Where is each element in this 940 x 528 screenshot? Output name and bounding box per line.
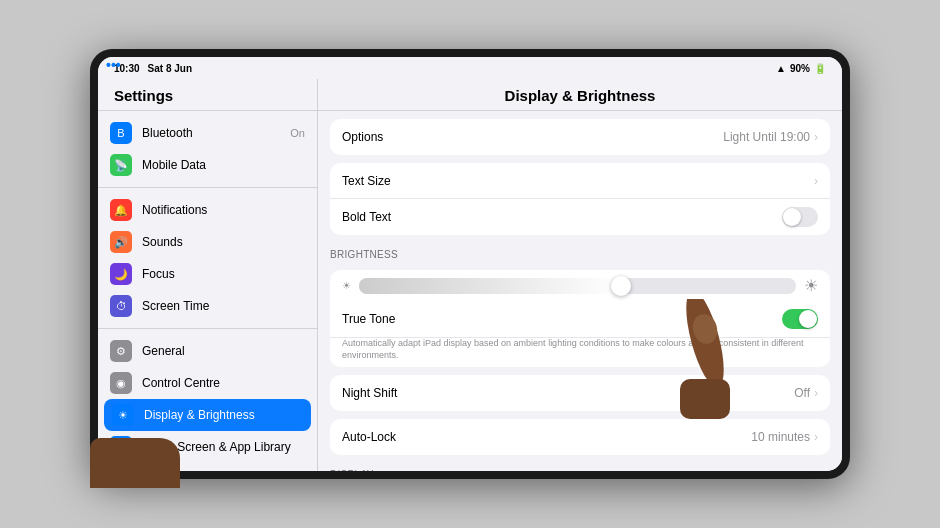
sidebar-item-control-centre[interactable]: ◉ Control Centre <box>98 367 317 399</box>
mobile-data-icon: 📡 <box>110 154 132 176</box>
toggle-knob <box>783 208 801 226</box>
mobile-data-label: Mobile Data <box>142 158 305 172</box>
ipad-screen: 10:30 Sat 8 Jun ▲ 90% 🔋 Settings B Bluet… <box>98 57 842 471</box>
auto-lock-row[interactable]: Auto-Lock 10 minutes › <box>330 419 830 455</box>
true-tone-row[interactable]: True Tone <box>330 301 830 338</box>
sounds-label: Sounds <box>142 235 305 249</box>
display-icon: ☀ <box>112 404 134 426</box>
options-group: Options Light Until 19:00 › <box>330 119 830 155</box>
text-size-chevron: › <box>814 174 818 188</box>
auto-lock-group: Auto-Lock 10 minutes › <box>330 419 830 455</box>
text-size-row[interactable]: Text Size › <box>330 163 830 199</box>
night-shift-row[interactable]: Night Shift Off › <box>330 375 830 411</box>
options-chevron: › <box>814 130 818 144</box>
sidebar-title: Settings <box>98 79 317 111</box>
sidebar-item-display-brightness[interactable]: ☀ Display & Brightness <box>104 399 311 431</box>
sun-small-icon: ☀ <box>342 280 351 291</box>
text-size-label: Text Size <box>342 174 814 188</box>
sidebar-item-general[interactable]: ⚙ General <box>98 335 317 367</box>
night-shift-chevron: › <box>814 386 818 400</box>
focus-icon: 🌙 <box>110 263 132 285</box>
sidebar: Settings B Bluetooth On 📡 Mobile Data <box>98 79 318 471</box>
options-label: Options <box>342 130 723 144</box>
brightness-group: ☀ ☀ True Tone <box>330 270 830 367</box>
sidebar-item-mobile-data[interactable]: 📡 Mobile Data <box>98 149 317 181</box>
general-icon: ⚙ <box>110 340 132 362</box>
status-bar-left: 10:30 Sat 8 Jun <box>114 63 192 74</box>
notifications-label: Notifications <box>142 203 305 217</box>
control-centre-label: Control Centre <box>142 376 305 390</box>
true-tone-knob <box>799 310 817 328</box>
notifications-icon: 🔔 <box>110 199 132 221</box>
text-group: Text Size › Bold Text <box>330 163 830 235</box>
options-value: Light Until 19:00 <box>723 130 810 144</box>
options-row[interactable]: Options Light Until 19:00 › <box>330 119 830 155</box>
focus-label: Focus <box>142 267 305 281</box>
status-date: Sat 8 Jun <box>148 63 192 74</box>
display-label: Display & Brightness <box>144 408 303 422</box>
sidebar-group-2: 🔔 Notifications 🔊 Sounds 🌙 Focus ⏱ Scree… <box>98 188 317 329</box>
detail-panel: ••• Display & Brightness Options Light U… <box>318 79 842 471</box>
screen-time-icon: ⏱ <box>110 295 132 317</box>
sounds-icon: 🔊 <box>110 231 132 253</box>
auto-lock-chevron: › <box>814 430 818 444</box>
bluetooth-value: On <box>290 127 305 139</box>
screen-time-label: Screen Time <box>142 299 305 313</box>
display-section: DISPLAY Display Zoom Choose a view for i… <box>318 463 842 471</box>
auto-lock-label: Auto-Lock <box>342 430 751 444</box>
night-shift-value: Off <box>794 386 810 400</box>
bluetooth-icon: B <box>110 122 132 144</box>
true-tone-label: True Tone <box>342 312 782 326</box>
true-tone-toggle[interactable] <box>782 309 818 329</box>
wifi-icon: ▲ <box>776 63 786 74</box>
sun-large-icon: ☀ <box>804 276 818 295</box>
sidebar-item-notifications[interactable]: 🔔 Notifications <box>98 194 317 226</box>
brightness-row: ☀ ☀ <box>330 270 830 301</box>
brightness-fill <box>359 278 621 294</box>
brightness-slider[interactable] <box>359 278 796 294</box>
ipad-frame: 10:30 Sat 8 Jun ▲ 90% 🔋 Settings B Bluet… <box>90 49 850 479</box>
bold-text-row[interactable]: Bold Text <box>330 199 830 235</box>
left-hand <box>90 438 180 488</box>
night-shift-label: Night Shift <box>342 386 794 400</box>
battery-level: 90% <box>790 63 810 74</box>
brightness-section: BRIGHTNESS ☀ ☀ True Tone <box>318 243 842 367</box>
sidebar-item-sounds[interactable]: 🔊 Sounds <box>98 226 317 258</box>
display-section-label: DISPLAY <box>318 463 842 471</box>
brightness-label: BRIGHTNESS <box>318 243 842 262</box>
status-bar: 10:30 Sat 8 Jun ▲ 90% 🔋 <box>98 57 842 79</box>
bold-text-toggle[interactable] <box>782 207 818 227</box>
night-shift-group: Night Shift Off › <box>330 375 830 411</box>
bluetooth-label: Bluetooth <box>142 126 280 140</box>
auto-lock-value: 10 minutes <box>751 430 810 444</box>
sidebar-item-focus[interactable]: 🌙 Focus <box>98 258 317 290</box>
detail-title: ••• Display & Brightness <box>318 79 842 111</box>
control-centre-icon: ◉ <box>110 372 132 394</box>
main-content: Settings B Bluetooth On 📡 Mobile Data <box>98 79 842 471</box>
bold-text-label: Bold Text <box>342 210 782 224</box>
sidebar-item-screen-time[interactable]: ⏱ Screen Time <box>98 290 317 322</box>
status-bar-right: ▲ 90% 🔋 <box>776 63 826 74</box>
sidebar-item-bluetooth[interactable]: B Bluetooth On <box>98 117 317 149</box>
sidebar-group-1: B Bluetooth On 📡 Mobile Data <box>98 111 317 188</box>
true-tone-desc: Automatically adapt iPad display based o… <box>330 338 830 367</box>
general-label: General <box>142 344 305 358</box>
brightness-thumb <box>611 276 631 296</box>
battery-icon: 🔋 <box>814 63 826 74</box>
